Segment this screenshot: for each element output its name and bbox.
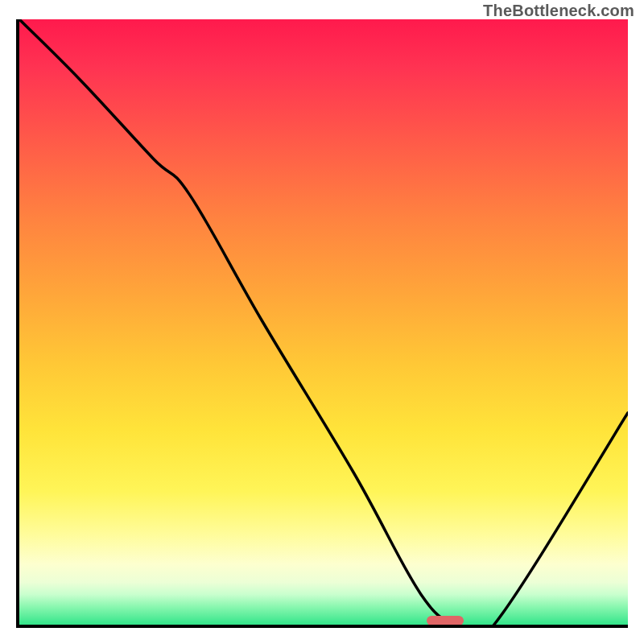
bottleneck-curve — [19, 19, 628, 625]
chart-plot-area — [16, 19, 628, 628]
optimal-marker — [427, 616, 464, 625]
curve-svg — [19, 19, 628, 625]
watermark-text: TheBottleneck.com — [483, 2, 634, 20]
